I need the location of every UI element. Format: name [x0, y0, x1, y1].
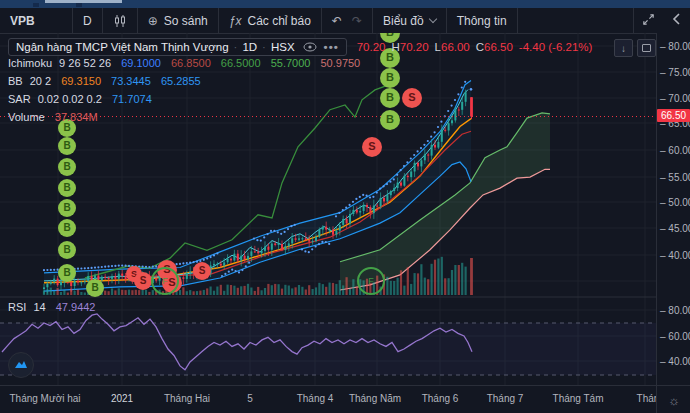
- chart-layout-menu[interactable]: Biểu đồ: [373, 8, 447, 33]
- compare-button[interactable]: ⊕ So sánh: [138, 8, 219, 33]
- volume-bar: [230, 285, 232, 295]
- volume-bar: [417, 273, 419, 295]
- volume-bar: [315, 287, 317, 295]
- candle-body: [267, 247, 269, 250]
- pane-maximize-button[interactable]: [637, 39, 656, 57]
- chart-menu-label: Biểu đồ: [383, 14, 424, 28]
- info-button[interactable]: Thông tin: [447, 8, 518, 33]
- volume-bar: [274, 284, 276, 295]
- undo-redo-group: ↶ ↷: [322, 8, 373, 33]
- sar-dot: [410, 157, 412, 159]
- indicator-row-sar[interactable]: SAR 0.02 0.02 0.2 71.7074: [8, 93, 152, 105]
- candle-body: [305, 238, 307, 240]
- price-axis-label: – 70.00: [660, 93, 690, 104]
- time-axis-label: Thán: [637, 393, 656, 404]
- redo-button[interactable]: ↷: [352, 14, 362, 28]
- candle-body: [373, 206, 375, 214]
- volume-bar: [152, 290, 154, 295]
- symbol-legend-pill[interactable]: Ngân hàng TMCP Việt Nam Thịnh Vượng · 1D…: [8, 38, 347, 56]
- undo-button[interactable]: ↶: [332, 14, 342, 28]
- sar-dot: [342, 209, 344, 211]
- candle-body: [386, 195, 388, 201]
- indicator-row-bb[interactable]: BB 20 2 69.3150 73.3445 65.2855: [8, 75, 201, 87]
- time-axis-label: 2021: [111, 393, 133, 404]
- open-value: 70.20: [357, 41, 386, 53]
- indicator-row-volume[interactable]: Volume 37.834M: [8, 111, 98, 123]
- symbol-button[interactable]: VPB: [0, 8, 73, 33]
- sar-dot: [294, 224, 296, 226]
- fullscreen-button[interactable]: [633, 8, 663, 33]
- indicators-button[interactable]: ƒx Các chỉ báo: [219, 8, 322, 33]
- interval-button[interactable]: D: [73, 8, 103, 33]
- candle-body: [125, 276, 127, 280]
- candle-body: [182, 277, 184, 279]
- volume-bar: [186, 291, 188, 295]
- bb-lower-value: 65.2855: [161, 75, 201, 87]
- sar-dot: [80, 267, 82, 269]
- volume-bar: [223, 291, 225, 295]
- volume-bar: [308, 285, 310, 295]
- volume-bar: [104, 291, 106, 295]
- sar-dot: [447, 110, 449, 112]
- sar-dot: [260, 240, 262, 242]
- sar-label: SAR: [8, 93, 31, 105]
- marker-letter: B: [91, 282, 98, 293]
- price-axis[interactable]: – 80.00– 75.00– 70.00– 65.00– 60.00– 55.…: [656, 33, 690, 385]
- sar-dot: [376, 192, 378, 194]
- legend-exchange: HSX: [271, 41, 295, 53]
- collapse-panel-button[interactable]: [663, 8, 690, 33]
- time-axis-label: Tháng Tám: [553, 393, 604, 404]
- sar-dot: [311, 248, 313, 250]
- candle-body: [87, 276, 89, 281]
- sar-dot: [199, 260, 201, 262]
- volume-bar: [77, 290, 79, 296]
- eye-icon[interactable]: [303, 42, 317, 52]
- candle-body: [329, 230, 331, 231]
- sar-dot: [206, 257, 208, 259]
- volume-bar: [301, 287, 303, 295]
- sar-dot: [186, 262, 188, 264]
- pane-collapse-button[interactable]: ↓: [614, 39, 633, 57]
- more-options-icon[interactable]: •••: [324, 41, 339, 53]
- candle-body: [250, 251, 252, 256]
- volume-bar: [233, 286, 235, 295]
- candle-body: [254, 251, 256, 252]
- chart-style-button[interactable]: [103, 8, 138, 33]
- candle-body: [380, 198, 382, 206]
- time-axis[interactable]: Tháng Mười hai2021Tháng Hai5Tháng 4Tháng…: [0, 385, 656, 413]
- sar-params: 0.02 0.02 0.2: [38, 93, 102, 105]
- price-axis-label: – 45.00: [660, 223, 690, 234]
- indicator-row-rsi[interactable]: RSI 14 47.9442: [8, 301, 95, 313]
- candle-body: [240, 256, 242, 261]
- volume-bar: [458, 265, 460, 295]
- sar-dot: [97, 266, 99, 268]
- sar-dot: [362, 194, 364, 196]
- candle-body: [390, 191, 392, 195]
- sar-dot: [338, 212, 340, 214]
- chart-area[interactable]: BBBBBBBBBBBBBBSSSSSSSFF Ngân hàng TMCP V…: [0, 33, 690, 413]
- sar-dot: [470, 88, 473, 91]
- indicator-row-ichimoku[interactable]: Ichimoku 9 26 52 26 69.1000 66.8500 66.5…: [8, 57, 360, 69]
- sar-dot: [203, 259, 205, 261]
- candle-body: [121, 274, 123, 276]
- tradingview-logo[interactable]: [8, 352, 34, 378]
- sar-dot: [253, 238, 255, 240]
- sar-dot: [451, 105, 453, 107]
- candle-body: [437, 142, 439, 148]
- volume-bar: [46, 289, 48, 295]
- sar-dot: [403, 165, 405, 167]
- sar-value: 71.7074: [112, 93, 152, 105]
- volume-bar: [451, 270, 453, 295]
- axis-settings-corner[interactable]: ☼: [656, 385, 690, 413]
- chart-toolbar: VPB D ⊕ So sánh ƒx Các chỉ báo ↶: [0, 8, 690, 34]
- candle-body: [427, 155, 429, 156]
- chart-canvas[interactable]: BBBBBBBBBBBBBBSSSSSSSFF: [0, 33, 656, 413]
- volume-bar: [216, 287, 218, 296]
- volume-bar: [131, 290, 133, 295]
- volume-bar: [111, 288, 113, 295]
- volume-label: Volume: [8, 111, 45, 123]
- sar-dot: [277, 231, 279, 233]
- volume-bar: [414, 273, 416, 295]
- candle-body: [414, 163, 416, 172]
- candle-body: [325, 227, 327, 230]
